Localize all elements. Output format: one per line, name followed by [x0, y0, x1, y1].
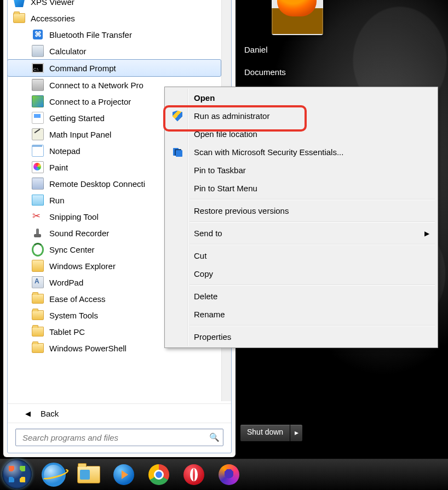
program-label: Paint — [49, 163, 68, 172]
cmd-icon — [32, 62, 44, 74]
program-label: Bluetooth File Transfer — [49, 30, 132, 39]
folder-icon — [32, 309, 44, 321]
rdc-icon — [32, 178, 44, 190]
ctx-cut[interactable]: Cut — [166, 247, 436, 265]
taskbar-opera[interactable] — [181, 464, 207, 486]
program-label: Notepad — [49, 146, 81, 156]
search-input[interactable] — [21, 432, 209, 443]
xps-icon — [13, 0, 25, 8]
submenu-arrow-icon: ▶ — [424, 230, 429, 237]
opera-icon — [183, 464, 204, 485]
search-box[interactable]: 🔍 — [15, 429, 223, 446]
program-label: Run — [49, 196, 65, 205]
program-calculator[interactable]: Calculator — [8, 43, 231, 59]
ctx-pin-taskbar[interactable]: Pin to Taskbar — [166, 161, 436, 179]
ctx-open-file-location[interactable]: Open file location — [166, 125, 436, 143]
program-label: Math Input Panel — [49, 130, 111, 139]
folder-icon — [13, 12, 25, 24]
ctx-run-as-admin[interactable]: Run as administrator — [166, 107, 436, 125]
program-label: Remote Desktop Connecti — [49, 179, 145, 189]
program-command-prompt[interactable]: Command Prompt — [8, 59, 221, 77]
back-button[interactable]: ◀ Back — [8, 403, 231, 423]
folder-label: Tablet PC — [49, 327, 85, 337]
user-picture[interactable] — [272, 0, 323, 35]
ctx-delete[interactable]: Delete — [166, 287, 436, 305]
program-label: Getting Started — [49, 113, 105, 123]
start-orb[interactable] — [2, 459, 32, 489]
start-right-pane: Daniel Documents — [237, 38, 346, 83]
ctx-rename[interactable]: Rename — [166, 305, 436, 323]
program-label: Snipping Tool — [49, 212, 99, 221]
program-label: Sync Center — [49, 245, 95, 254]
shutdown-options-arrow[interactable]: ▸ — [290, 425, 302, 441]
right-pane-documents[interactable]: Documents — [237, 61, 346, 83]
math-input-icon — [32, 128, 44, 140]
ctx-restore-versions[interactable]: Restore previous versions — [166, 202, 436, 220]
program-bluetooth[interactable]: ⌘ Bluetooth File Transfer — [8, 26, 231, 43]
ie-icon — [42, 463, 66, 487]
calculator-icon — [32, 45, 44, 57]
back-label: Back — [41, 409, 59, 418]
taskbar — [0, 459, 448, 490]
taskbar-chrome[interactable] — [146, 464, 172, 486]
program-label: Command Prompt — [49, 64, 116, 73]
network-projector-icon — [32, 79, 44, 91]
ctx-open[interactable]: Open — [166, 89, 436, 107]
ctx-send-to[interactable]: Send to ▶ — [166, 224, 436, 242]
chrome-icon — [148, 464, 169, 485]
separator — [189, 199, 435, 200]
program-xps-viewer[interactable]: XPS Viewer — [8, 0, 231, 10]
projector-icon — [32, 95, 44, 107]
back-arrow-icon: ◀ — [25, 409, 31, 418]
shutdown-label: Shut down — [240, 425, 290, 441]
program-label: Windows Explorer — [49, 261, 116, 271]
file-explorer-icon — [77, 466, 100, 483]
program-label: Connect to a Network Pro — [49, 81, 143, 90]
folder-accessories[interactable]: Accessories — [8, 10, 231, 26]
mse-icon — [171, 146, 183, 158]
scroll-up-icon[interactable]: ▲ — [222, 0, 231, 2]
program-label: Calculator — [49, 47, 87, 56]
taskbar-firefox[interactable] — [216, 464, 242, 486]
firefox-icon — [219, 464, 239, 485]
folder-icon — [32, 326, 44, 338]
taskbar-media-player[interactable] — [111, 464, 137, 486]
wordpad-icon — [32, 276, 44, 288]
folder-label: Accessories — [31, 14, 75, 23]
notepad-icon — [32, 145, 44, 157]
context-menu: Open Run as administrator Open file loca… — [164, 87, 438, 348]
taskbar-ie[interactable] — [41, 464, 67, 486]
folder-label: System Tools — [49, 311, 98, 320]
search-icon: 🔍 — [209, 432, 220, 442]
program-label: WordPad — [49, 278, 83, 287]
folder-label: Windows PowerShell — [49, 344, 127, 353]
ctx-pin-start[interactable]: Pin to Start Menu — [166, 179, 436, 197]
microphone-icon — [32, 227, 44, 239]
program-label: XPS Viewer — [31, 0, 74, 7]
scissors-icon — [32, 210, 44, 223]
shutdown-button[interactable]: Shut down ▸ — [240, 424, 303, 442]
separator — [189, 244, 435, 245]
folder-icon — [32, 293, 44, 305]
ctx-scan-mse[interactable]: Scan with Microsoft Security Essentials.… — [166, 143, 436, 161]
media-player-icon — [113, 464, 134, 485]
separator — [189, 221, 435, 223]
getting-started-icon — [32, 112, 44, 124]
ctx-copy[interactable]: Copy — [166, 265, 436, 283]
program-label: Sound Recorder — [49, 229, 109, 238]
ctx-properties[interactable]: Properties — [166, 328, 436, 346]
shield-icon — [171, 110, 183, 122]
program-label: Connect to a Projector — [49, 97, 131, 106]
run-icon — [32, 194, 44, 206]
explorer-icon — [32, 260, 44, 272]
sync-icon — [32, 243, 44, 255]
folder-label: Ease of Access — [49, 294, 106, 304]
folder-icon — [32, 342, 44, 354]
right-pane-user[interactable]: Daniel — [237, 38, 346, 61]
separator — [189, 325, 435, 326]
bluetooth-icon: ⌘ — [32, 29, 44, 41]
taskbar-explorer[interactable] — [76, 464, 102, 486]
paint-icon — [32, 161, 44, 173]
separator — [189, 284, 435, 286]
